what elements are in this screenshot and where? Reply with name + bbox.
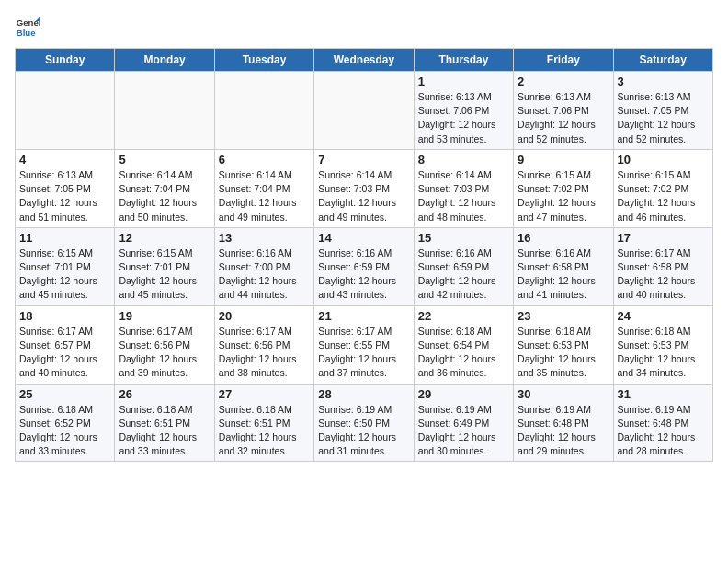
calendar-cell: 17Sunrise: 6:17 AM Sunset: 6:58 PM Dayli…	[613, 227, 712, 305]
day-info: Sunrise: 6:13 AM Sunset: 7:05 PM Dayligh…	[19, 168, 110, 224]
day-info: Sunrise: 6:16 AM Sunset: 6:59 PM Dayligh…	[318, 247, 409, 303]
day-info: Sunrise: 6:15 AM Sunset: 7:01 PM Dayligh…	[119, 247, 210, 303]
calendar-cell: 29Sunrise: 6:19 AM Sunset: 6:49 PM Dayli…	[414, 384, 513, 462]
calendar-cell: 25Sunrise: 6:18 AM Sunset: 6:52 PM Dayli…	[16, 384, 115, 462]
day-number: 30	[518, 387, 609, 401]
day-number: 25	[19, 387, 110, 401]
day-number: 22	[418, 309, 509, 323]
calendar-cell: 16Sunrise: 6:16 AM Sunset: 6:58 PM Dayli…	[514, 227, 613, 305]
day-info: Sunrise: 6:17 AM Sunset: 6:57 PM Dayligh…	[19, 325, 110, 381]
day-number: 6	[219, 153, 310, 167]
calendar-cell: 9Sunrise: 6:15 AM Sunset: 7:02 PM Daylig…	[514, 149, 613, 227]
day-number: 13	[219, 231, 310, 245]
calendar-cell: 20Sunrise: 6:17 AM Sunset: 6:56 PM Dayli…	[214, 305, 313, 384]
day-number: 2	[518, 75, 609, 88]
day-header-sunday: Sunday	[16, 49, 115, 72]
day-number: 19	[119, 309, 210, 323]
logo-icon: General Blue	[15, 15, 40, 40]
day-info: Sunrise: 6:14 AM Sunset: 7:03 PM Dayligh…	[318, 168, 409, 224]
header: General Blue	[15, 15, 713, 40]
day-header-friday: Friday	[514, 49, 613, 72]
calendar-cell: 8Sunrise: 6:14 AM Sunset: 7:03 PM Daylig…	[414, 149, 513, 227]
calendar-cell	[16, 72, 115, 150]
day-info: Sunrise: 6:18 AM Sunset: 6:53 PM Dayligh…	[518, 325, 609, 381]
calendar-cell: 3Sunrise: 6:13 AM Sunset: 7:05 PM Daylig…	[613, 72, 712, 150]
day-number: 8	[418, 153, 509, 167]
day-info: Sunrise: 6:14 AM Sunset: 7:03 PM Dayligh…	[418, 168, 509, 224]
day-number: 4	[19, 153, 110, 167]
calendar-cell: 19Sunrise: 6:17 AM Sunset: 6:56 PM Dayli…	[115, 305, 214, 384]
day-number: 31	[618, 387, 709, 401]
calendar-cell: 6Sunrise: 6:14 AM Sunset: 7:04 PM Daylig…	[214, 149, 313, 227]
calendar-cell: 28Sunrise: 6:19 AM Sunset: 6:50 PM Dayli…	[314, 384, 414, 462]
calendar-cell: 7Sunrise: 6:14 AM Sunset: 7:03 PM Daylig…	[314, 149, 414, 227]
svg-text:General: General	[17, 17, 40, 28]
day-number: 16	[518, 231, 609, 245]
calendar-cell: 2Sunrise: 6:13 AM Sunset: 7:06 PM Daylig…	[514, 72, 613, 150]
calendar-cell: 4Sunrise: 6:13 AM Sunset: 7:05 PM Daylig…	[16, 149, 115, 227]
day-header-saturday: Saturday	[613, 49, 712, 72]
calendar-cell: 21Sunrise: 6:17 AM Sunset: 6:55 PM Dayli…	[314, 305, 414, 384]
day-info: Sunrise: 6:18 AM Sunset: 6:54 PM Dayligh…	[418, 325, 509, 381]
day-number: 5	[119, 153, 210, 167]
calendar-cell: 15Sunrise: 6:16 AM Sunset: 6:59 PM Dayli…	[414, 227, 513, 305]
day-number: 26	[119, 387, 210, 401]
day-info: Sunrise: 6:17 AM Sunset: 6:55 PM Dayligh…	[318, 325, 409, 381]
day-number: 28	[318, 387, 409, 401]
day-info: Sunrise: 6:15 AM Sunset: 7:02 PM Dayligh…	[518, 168, 609, 224]
day-info: Sunrise: 6:18 AM Sunset: 6:52 PM Dayligh…	[19, 403, 110, 459]
day-info: Sunrise: 6:13 AM Sunset: 7:05 PM Dayligh…	[618, 90, 709, 146]
calendar-cell: 23Sunrise: 6:18 AM Sunset: 6:53 PM Dayli…	[514, 305, 613, 384]
day-info: Sunrise: 6:13 AM Sunset: 7:06 PM Dayligh…	[518, 90, 609, 146]
day-info: Sunrise: 6:18 AM Sunset: 6:51 PM Dayligh…	[219, 403, 310, 459]
calendar-cell: 18Sunrise: 6:17 AM Sunset: 6:57 PM Dayli…	[16, 305, 115, 384]
day-info: Sunrise: 6:17 AM Sunset: 6:56 PM Dayligh…	[219, 325, 310, 381]
day-info: Sunrise: 6:14 AM Sunset: 7:04 PM Dayligh…	[119, 168, 210, 224]
calendar-cell: 13Sunrise: 6:16 AM Sunset: 7:00 PM Dayli…	[214, 227, 313, 305]
day-number: 23	[518, 309, 609, 323]
calendar-cell: 5Sunrise: 6:14 AM Sunset: 7:04 PM Daylig…	[115, 149, 214, 227]
day-info: Sunrise: 6:18 AM Sunset: 6:51 PM Dayligh…	[119, 403, 210, 459]
day-info: Sunrise: 6:17 AM Sunset: 6:58 PM Dayligh…	[618, 247, 709, 303]
calendar-cell: 31Sunrise: 6:19 AM Sunset: 6:48 PM Dayli…	[613, 384, 712, 462]
day-number: 20	[219, 309, 310, 323]
calendar-cell: 11Sunrise: 6:15 AM Sunset: 7:01 PM Dayli…	[16, 227, 115, 305]
day-info: Sunrise: 6:13 AM Sunset: 7:06 PM Dayligh…	[418, 90, 509, 146]
calendar-cell	[314, 72, 414, 150]
day-header-tuesday: Tuesday	[214, 49, 313, 72]
day-number: 9	[518, 153, 609, 167]
day-info: Sunrise: 6:17 AM Sunset: 6:56 PM Dayligh…	[119, 325, 210, 381]
calendar-cell: 10Sunrise: 6:15 AM Sunset: 7:02 PM Dayli…	[613, 149, 712, 227]
day-number: 15	[418, 231, 509, 245]
day-info: Sunrise: 6:19 AM Sunset: 6:50 PM Dayligh…	[318, 403, 409, 459]
day-number: 11	[19, 231, 110, 245]
day-info: Sunrise: 6:14 AM Sunset: 7:04 PM Dayligh…	[219, 168, 310, 224]
day-header-wednesday: Wednesday	[314, 49, 414, 72]
day-number: 12	[119, 231, 210, 245]
calendar-cell: 14Sunrise: 6:16 AM Sunset: 6:59 PM Dayli…	[314, 227, 414, 305]
day-number: 24	[618, 309, 709, 323]
day-number: 17	[618, 231, 709, 245]
day-number: 27	[219, 387, 310, 401]
calendar-cell: 26Sunrise: 6:18 AM Sunset: 6:51 PM Dayli…	[115, 384, 214, 462]
calendar-cell: 27Sunrise: 6:18 AM Sunset: 6:51 PM Dayli…	[214, 384, 313, 462]
day-number: 3	[618, 75, 709, 88]
calendar-cell: 30Sunrise: 6:19 AM Sunset: 6:48 PM Dayli…	[514, 384, 613, 462]
day-info: Sunrise: 6:15 AM Sunset: 7:01 PM Dayligh…	[19, 247, 110, 303]
day-number: 14	[318, 231, 409, 245]
day-info: Sunrise: 6:15 AM Sunset: 7:02 PM Dayligh…	[618, 168, 709, 224]
calendar-cell: 22Sunrise: 6:18 AM Sunset: 6:54 PM Dayli…	[414, 305, 513, 384]
day-header-monday: Monday	[115, 49, 214, 72]
calendar-cell	[214, 72, 313, 150]
calendar-table: SundayMondayTuesdayWednesdayThursdayFrid…	[15, 48, 713, 462]
day-info: Sunrise: 6:19 AM Sunset: 6:48 PM Dayligh…	[618, 403, 709, 459]
day-info: Sunrise: 6:16 AM Sunset: 6:58 PM Dayligh…	[518, 247, 609, 303]
day-number: 7	[318, 153, 409, 167]
svg-text:Blue: Blue	[17, 28, 36, 38]
day-header-thursday: Thursday	[414, 49, 513, 72]
day-number: 1	[418, 75, 509, 88]
day-info: Sunrise: 6:18 AM Sunset: 6:53 PM Dayligh…	[618, 325, 709, 381]
calendar-cell	[115, 72, 214, 150]
day-info: Sunrise: 6:19 AM Sunset: 6:48 PM Dayligh…	[518, 403, 609, 459]
calendar-cell: 1Sunrise: 6:13 AM Sunset: 7:06 PM Daylig…	[414, 72, 513, 150]
